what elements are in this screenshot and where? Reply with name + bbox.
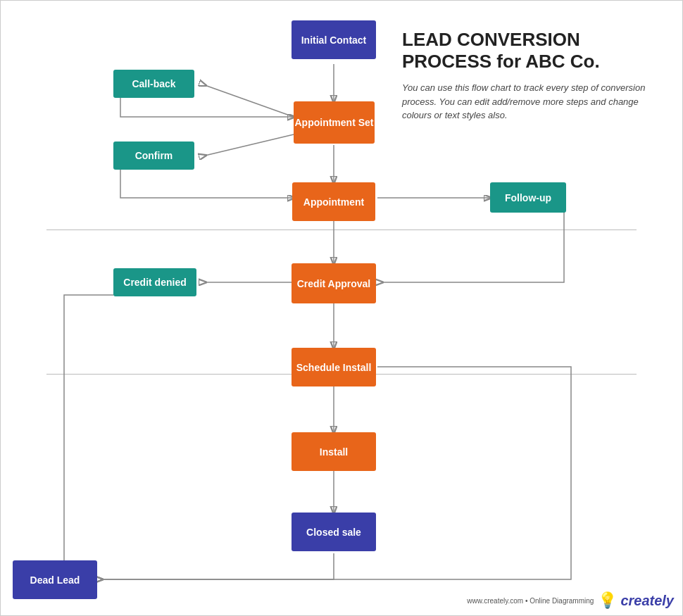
svg-line-1: [205, 85, 294, 117]
logo-text: creately: [620, 593, 674, 608]
footer-url: www.creately.com • Online Diagramming: [467, 597, 594, 605]
closed-sale-node: Closed sale: [292, 513, 376, 551]
confirm-node: Confirm: [113, 142, 194, 170]
install-node: Install: [292, 432, 376, 471]
logo-icon: 💡: [598, 591, 617, 609]
subtitle: You can use this flow chart to track eve…: [402, 81, 663, 122]
diagram-container: Initial Contact Appointment Set Call-bac…: [0, 0, 683, 616]
call-back-node: Call-back: [113, 70, 194, 98]
follow-up-node: Follow-up: [490, 182, 566, 213]
title-area: LEAD CONVERSION PROCESS for ABC Co. You …: [402, 29, 663, 122]
dead-lead-node: Dead Lead: [13, 560, 97, 599]
initial-contact-node: Initial Contact: [292, 20, 376, 59]
svg-line-2: [205, 134, 294, 156]
credit-denied-node: Credit denied: [113, 268, 196, 296]
appointment-node: Appointment: [292, 182, 375, 221]
appointment-set-node: Appointment Set: [294, 101, 375, 144]
footer-logo: 💡 creately: [598, 591, 674, 610]
schedule-install-node: Schedule Install: [292, 348, 376, 386]
main-title: LEAD CONVERSION PROCESS for ABC Co.: [402, 29, 663, 73]
separator-line-1: [46, 230, 637, 230]
credit-approval-node: Credit Approval: [292, 263, 376, 303]
footer: www.creately.com • Online Diagramming 💡 …: [467, 591, 674, 610]
